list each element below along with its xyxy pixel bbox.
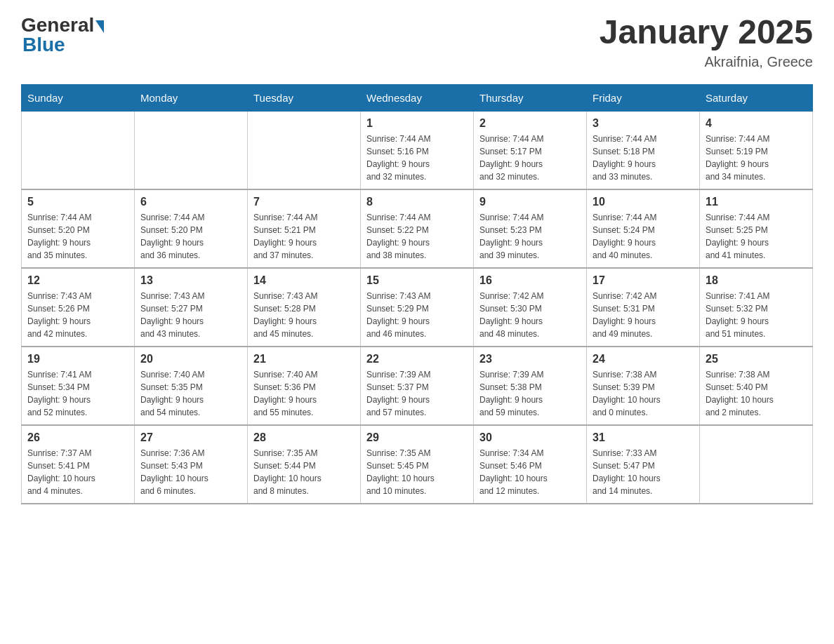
calendar-cell: 15Sunrise: 7:43 AM Sunset: 5:29 PM Dayli… (361, 268, 474, 347)
day-number: 14 (253, 274, 355, 287)
day-info: Sunrise: 7:41 AM Sunset: 5:34 PM Dayligh… (27, 368, 128, 419)
day-number: 19 (27, 353, 128, 365)
day-number: 29 (366, 431, 468, 444)
day-info: Sunrise: 7:44 AM Sunset: 5:25 PM Dayligh… (706, 211, 807, 262)
calendar-cell (248, 111, 361, 189)
weekday-saturday: Saturday (700, 84, 813, 111)
day-number: 16 (479, 274, 581, 287)
day-number: 22 (366, 353, 468, 365)
day-number: 27 (140, 431, 241, 444)
day-info: Sunrise: 7:44 AM Sunset: 5:20 PM Dayligh… (27, 211, 128, 262)
day-info: Sunrise: 7:44 AM Sunset: 5:23 PM Dayligh… (479, 211, 581, 262)
calendar-cell: 23Sunrise: 7:39 AM Sunset: 5:38 PM Dayli… (474, 347, 587, 425)
day-info: Sunrise: 7:44 AM Sunset: 5:20 PM Dayligh… (140, 211, 241, 262)
day-info: Sunrise: 7:43 AM Sunset: 5:28 PM Dayligh… (253, 290, 355, 340)
calendar-cell: 16Sunrise: 7:42 AM Sunset: 5:30 PM Dayli… (474, 268, 587, 347)
day-number: 31 (593, 431, 694, 444)
calendar-cell: 24Sunrise: 7:38 AM Sunset: 5:39 PM Dayli… (587, 347, 700, 425)
weekday-tuesday: Tuesday (248, 84, 361, 111)
day-number: 8 (366, 196, 468, 208)
calendar-cell: 18Sunrise: 7:41 AM Sunset: 5:32 PM Dayli… (700, 268, 813, 347)
calendar-cell: 6Sunrise: 7:44 AM Sunset: 5:20 PM Daylig… (135, 189, 248, 268)
day-number: 6 (140, 196, 241, 208)
calendar-cell: 11Sunrise: 7:44 AM Sunset: 5:25 PM Dayli… (700, 189, 813, 268)
day-number: 4 (706, 117, 807, 130)
calendar-cell: 28Sunrise: 7:35 AM Sunset: 5:44 PM Dayli… (248, 425, 361, 504)
calendar-cell: 8Sunrise: 7:44 AM Sunset: 5:22 PM Daylig… (361, 189, 474, 268)
day-number: 2 (479, 117, 581, 130)
calendar-cell: 22Sunrise: 7:39 AM Sunset: 5:37 PM Dayli… (361, 347, 474, 425)
day-number: 21 (253, 353, 355, 365)
day-info: Sunrise: 7:38 AM Sunset: 5:39 PM Dayligh… (593, 368, 694, 419)
weekday-wednesday: Wednesday (361, 84, 474, 111)
day-info: Sunrise: 7:43 AM Sunset: 5:26 PM Dayligh… (27, 290, 128, 340)
day-info: Sunrise: 7:43 AM Sunset: 5:27 PM Dayligh… (140, 290, 241, 340)
calendar-header: SundayMondayTuesdayWednesdayThursdayFrid… (22, 84, 813, 111)
day-number: 10 (593, 196, 694, 208)
day-info: Sunrise: 7:44 AM Sunset: 5:19 PM Dayligh… (706, 133, 807, 183)
calendar-cell: 26Sunrise: 7:37 AM Sunset: 5:41 PM Dayli… (22, 425, 135, 504)
calendar-cell: 25Sunrise: 7:38 AM Sunset: 5:40 PM Dayli… (700, 347, 813, 425)
logo-arrow-icon (95, 20, 104, 33)
day-info: Sunrise: 7:34 AM Sunset: 5:46 PM Dayligh… (479, 447, 581, 497)
day-number: 7 (253, 196, 355, 208)
logo-blue-text: Blue (22, 34, 65, 56)
day-number: 12 (27, 274, 128, 287)
day-number: 18 (706, 274, 807, 287)
calendar-cell: 4Sunrise: 7:44 AM Sunset: 5:19 PM Daylig… (700, 111, 813, 189)
calendar-cell: 30Sunrise: 7:34 AM Sunset: 5:46 PM Dayli… (474, 425, 587, 504)
day-info: Sunrise: 7:39 AM Sunset: 5:38 PM Dayligh… (479, 368, 581, 419)
day-number: 9 (479, 196, 581, 208)
day-info: Sunrise: 7:40 AM Sunset: 5:36 PM Dayligh… (253, 368, 355, 419)
weekday-monday: Monday (135, 84, 248, 111)
day-info: Sunrise: 7:44 AM Sunset: 5:16 PM Dayligh… (366, 133, 468, 183)
calendar-cell: 5Sunrise: 7:44 AM Sunset: 5:20 PM Daylig… (22, 189, 135, 268)
weekday-friday: Friday (587, 84, 700, 111)
day-info: Sunrise: 7:44 AM Sunset: 5:24 PM Dayligh… (593, 211, 694, 262)
calendar-cell: 31Sunrise: 7:33 AM Sunset: 5:47 PM Dayli… (587, 425, 700, 504)
week-row-3: 12Sunrise: 7:43 AM Sunset: 5:26 PM Dayli… (22, 268, 813, 347)
day-number: 20 (140, 353, 241, 365)
calendar-cell: 7Sunrise: 7:44 AM Sunset: 5:21 PM Daylig… (248, 189, 361, 268)
calendar-cell: 14Sunrise: 7:43 AM Sunset: 5:28 PM Dayli… (248, 268, 361, 347)
day-number: 30 (479, 431, 581, 444)
day-info: Sunrise: 7:42 AM Sunset: 5:31 PM Dayligh… (593, 290, 694, 340)
calendar-cell: 12Sunrise: 7:43 AM Sunset: 5:26 PM Dayli… (22, 268, 135, 347)
day-number: 5 (27, 196, 128, 208)
calendar-cell (22, 111, 135, 189)
calendar-cell: 20Sunrise: 7:40 AM Sunset: 5:35 PM Dayli… (135, 347, 248, 425)
calendar-body: 1Sunrise: 7:44 AM Sunset: 5:16 PM Daylig… (22, 111, 813, 504)
day-number: 25 (706, 353, 807, 365)
calendar-cell: 13Sunrise: 7:43 AM Sunset: 5:27 PM Dayli… (135, 268, 248, 347)
day-number: 17 (593, 274, 694, 287)
week-row-1: 1Sunrise: 7:44 AM Sunset: 5:16 PM Daylig… (22, 111, 813, 189)
calendar-cell: 1Sunrise: 7:44 AM Sunset: 5:16 PM Daylig… (361, 111, 474, 189)
day-info: Sunrise: 7:39 AM Sunset: 5:37 PM Dayligh… (366, 368, 468, 419)
day-number: 15 (366, 274, 468, 287)
day-info: Sunrise: 7:44 AM Sunset: 5:21 PM Dayligh… (253, 211, 355, 262)
day-number: 28 (253, 431, 355, 444)
day-number: 13 (140, 274, 241, 287)
day-info: Sunrise: 7:41 AM Sunset: 5:32 PM Dayligh… (706, 290, 807, 340)
month-title: January 2025 (600, 14, 813, 51)
logo: General Blue (21, 14, 104, 56)
day-info: Sunrise: 7:33 AM Sunset: 5:47 PM Dayligh… (593, 447, 694, 497)
day-info: Sunrise: 7:44 AM Sunset: 5:17 PM Dayligh… (479, 133, 581, 183)
day-info: Sunrise: 7:35 AM Sunset: 5:45 PM Dayligh… (366, 447, 468, 497)
day-info: Sunrise: 7:44 AM Sunset: 5:18 PM Dayligh… (593, 133, 694, 183)
calendar-cell: 27Sunrise: 7:36 AM Sunset: 5:43 PM Dayli… (135, 425, 248, 504)
day-info: Sunrise: 7:42 AM Sunset: 5:30 PM Dayligh… (479, 290, 581, 340)
calendar-cell: 29Sunrise: 7:35 AM Sunset: 5:45 PM Dayli… (361, 425, 474, 504)
day-info: Sunrise: 7:37 AM Sunset: 5:41 PM Dayligh… (27, 447, 128, 497)
day-info: Sunrise: 7:36 AM Sunset: 5:43 PM Dayligh… (140, 447, 241, 497)
week-row-5: 26Sunrise: 7:37 AM Sunset: 5:41 PM Dayli… (22, 425, 813, 504)
day-number: 23 (479, 353, 581, 365)
day-number: 26 (27, 431, 128, 444)
day-number: 11 (706, 196, 807, 208)
day-info: Sunrise: 7:44 AM Sunset: 5:22 PM Dayligh… (366, 211, 468, 262)
calendar-cell (135, 111, 248, 189)
calendar-cell: 17Sunrise: 7:42 AM Sunset: 5:31 PM Dayli… (587, 268, 700, 347)
day-number: 3 (593, 117, 694, 130)
day-number: 1 (366, 117, 468, 130)
title-section: January 2025 Akraifnia, Greece (600, 14, 813, 70)
